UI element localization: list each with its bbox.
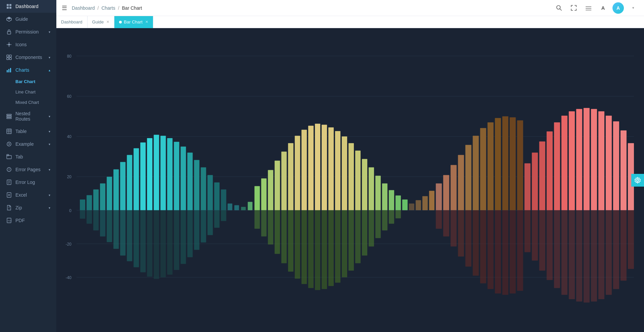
guide-icon: [6, 16, 12, 22]
sidebar-sub-item-bar-chart[interactable]: Bar Chart: [0, 76, 56, 87]
svg-rect-209: [598, 210, 604, 299]
sidebar-item-label: Error Log: [15, 180, 35, 185]
svg-rect-3: [9, 7, 11, 9]
svg-rect-79: [187, 152, 193, 210]
sidebar-item-example[interactable]: Example ▾: [0, 138, 56, 150]
svg-rect-150: [362, 210, 367, 256]
svg-rect-146: [335, 210, 340, 283]
sidebar-item-label: Example: [15, 141, 34, 147]
sidebar-item-zip[interactable]: Zip ▾: [0, 201, 56, 214]
sidebar-item-error-log[interactable]: Error Log: [0, 176, 56, 189]
svg-rect-97: [160, 210, 166, 277]
grid-icon-btn[interactable]: [583, 3, 594, 13]
svg-rect-74: [154, 135, 159, 210]
svg-rect-12: [7, 58, 9, 60]
tab-label: Dashboard: [61, 19, 83, 24]
svg-rect-63: [80, 200, 85, 210]
expand-icon-btn[interactable]: [568, 3, 579, 13]
breadcrumb-dashboard[interactable]: Dashboard: [72, 5, 95, 11]
chevron-icon[interactable]: ▾: [628, 3, 639, 13]
svg-rect-198: [517, 210, 523, 291]
svg-rect-195: [495, 210, 501, 293]
svg-point-48: [637, 179, 639, 181]
sidebar-item-label: Dashboard: [15, 4, 39, 9]
svg-rect-206: [576, 210, 582, 302]
svg-rect-2: [7, 7, 9, 9]
tab-close-guide[interactable]: ✕: [106, 20, 109, 24]
sidebar-item-guide[interactable]: Guide: [0, 13, 56, 25]
error-pages-icon: [6, 167, 12, 173]
svg-rect-134: [255, 210, 260, 229]
sidebar-item-table[interactable]: Table ▾: [0, 125, 56, 138]
svg-rect-169: [502, 116, 508, 210]
text-icon-btn[interactable]: A: [598, 3, 608, 13]
avatar[interactable]: A: [612, 2, 624, 14]
sidebar-item-components[interactable]: Components ▾: [0, 51, 56, 64]
tab-close-bar-chart[interactable]: ✕: [145, 20, 148, 24]
bar-chart-svg: 80 60 40 20 0 -20 -40: [56, 28, 644, 332]
svg-rect-122: [328, 127, 334, 210]
svg-rect-107: [228, 204, 232, 210]
breadcrumb-charts[interactable]: Charts: [101, 5, 115, 11]
svg-rect-72: [140, 142, 146, 210]
svg-rect-112: [261, 178, 267, 210]
svg-rect-189: [450, 210, 457, 247]
svg-rect-89: [107, 210, 112, 242]
pdf-icon: PDF: [6, 217, 12, 223]
excel-icon: [6, 192, 12, 198]
nested-routes-icon: [6, 113, 12, 119]
sidebar-item-permission[interactable]: Permission ▾: [0, 25, 56, 38]
svg-rect-71: [133, 148, 139, 210]
svg-rect-141: [302, 210, 307, 284]
sidebar-item-excel[interactable]: Excel ▾: [0, 189, 56, 201]
svg-rect-160: [436, 184, 442, 210]
breadcrumb-bar-chart: Bar Chart: [122, 5, 142, 11]
tab-guide[interactable]: Guide ✕: [88, 16, 115, 28]
tab-bar-chart[interactable]: Bar Chart ✕: [114, 16, 153, 28]
svg-rect-78: [180, 146, 186, 210]
svg-rect-172: [525, 163, 531, 210]
sidebar-item-charts[interactable]: Charts ▴: [0, 64, 56, 76]
svg-rect-18: [7, 116, 11, 117]
hamburger-button[interactable]: ☰: [62, 4, 67, 12]
sidebar-item-label: Tab: [15, 154, 23, 159]
svg-rect-197: [510, 210, 516, 293]
zip-arrow: ▾: [49, 206, 50, 210]
svg-rect-120: [315, 124, 320, 210]
sidebar-item-tab[interactable]: Tab: [0, 150, 56, 163]
svg-rect-139: [288, 210, 293, 272]
svg-rect-90: [113, 210, 119, 249]
nested-routes-arrow: ▾: [49, 115, 50, 118]
sidebar-item-pdf[interactable]: PDF PDF: [0, 214, 56, 227]
sidebar-item-label: Icons: [15, 42, 26, 47]
svg-rect-136: [268, 210, 273, 245]
svg-rect-116: [288, 143, 293, 210]
svg-text:0: 0: [69, 208, 71, 213]
dashboard-icon: [6, 3, 12, 9]
svg-rect-208: [591, 210, 597, 302]
sidebar-item-icons[interactable]: Icons: [0, 38, 56, 51]
permission-icon: [6, 29, 12, 35]
svg-rect-147: [342, 210, 347, 277]
sidebar-sub-item-mixed-chart[interactable]: Mixed Chart: [0, 97, 56, 108]
sidebar-item-label: Zip: [15, 205, 22, 210]
svg-rect-127: [362, 159, 367, 210]
svg-rect-202: [547, 210, 553, 280]
settings-gear-button[interactable]: [631, 174, 644, 187]
zip-icon: [6, 205, 12, 211]
svg-rect-137: [275, 210, 280, 254]
sidebar-item-dashboard[interactable]: Dashboard: [0, 0, 56, 13]
svg-rect-70: [127, 155, 132, 210]
svg-point-5: [8, 44, 10, 46]
tab-dashboard[interactable]: Dashboard: [56, 16, 88, 28]
svg-rect-92: [127, 210, 132, 261]
sidebar-item-nested-routes[interactable]: Nested Routes ▾: [0, 108, 56, 125]
svg-rect-205: [569, 210, 575, 299]
svg-rect-179: [576, 109, 582, 210]
search-icon-btn[interactable]: [553, 3, 564, 13]
sidebar-item-error-pages[interactable]: Error Pages ▾: [0, 163, 56, 176]
sidebar-sub-item-line-chart[interactable]: Line Chart: [0, 87, 56, 97]
svg-rect-176: [554, 122, 560, 210]
svg-rect-64: [87, 195, 92, 210]
svg-rect-180: [584, 108, 590, 210]
